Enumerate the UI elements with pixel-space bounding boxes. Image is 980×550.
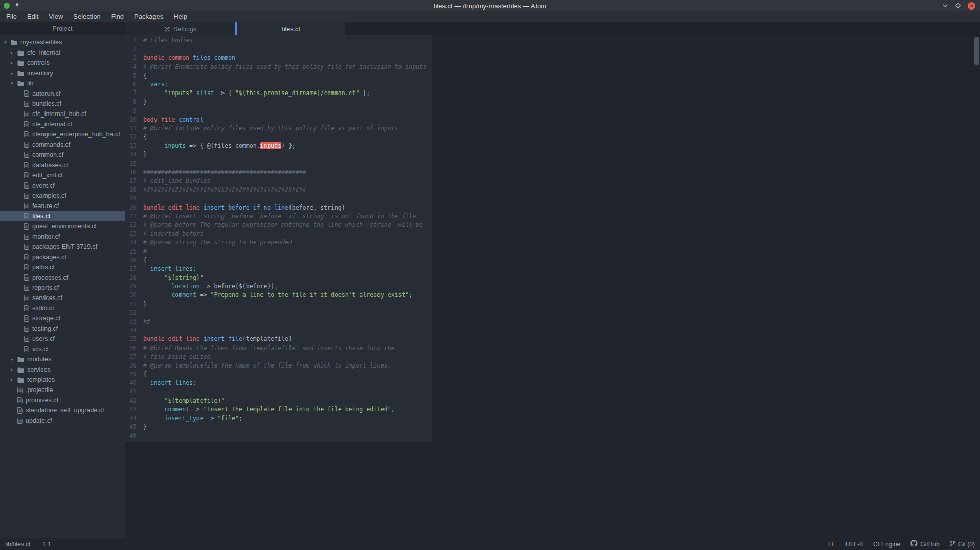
chevron-down-icon[interactable] [942,4,948,8]
code-line-27[interactable]: 27 insert_lines: [125,265,432,273]
menu-find[interactable]: Find [106,11,129,22]
tree-file-users-cf[interactable]: users.cf [0,334,125,344]
tree-file-files-cf[interactable]: files.cf [0,211,125,221]
tree-file-autorun-cf[interactable]: autorun.cf [0,88,125,99]
tree-file-commands-cf[interactable]: commands.cf [0,140,125,150]
code-line-40[interactable]: 40 insert_lines: [125,379,432,387]
tree-file-stdlib-cf[interactable]: stdlib.cf [0,303,125,313]
menu-edit[interactable]: Edit [22,11,43,22]
code-line-7[interactable]: 7 "inputs" slist => { "$(this.promise_di… [125,89,432,98]
tree-file-update-cf[interactable]: update.cf [0,416,125,426]
code-line-38[interactable]: 38# @param templatefile The name of the … [125,361,432,370]
code-line-41[interactable]: 41 [125,388,432,397]
code-line-43[interactable]: 43 comment => "Insert the template file … [125,405,432,414]
editor[interactable]: 1# Files bodies23bundle common files_com… [125,35,980,538]
tree-file-packages-cf[interactable]: packages.cf [0,252,125,262]
code-line-36[interactable]: 36# @brief Reads the lines from `templat… [125,344,432,353]
code-line-9[interactable]: 9 [125,107,432,116]
code-line-8[interactable]: 8} [125,98,432,106]
code-line-34[interactable]: 34 [125,326,432,335]
tree-folder-lib[interactable]: ▾lib [0,78,125,88]
status-git[interactable]: Git (0) [950,540,975,548]
code-line-45[interactable]: 45} [125,423,432,431]
close-icon[interactable] [968,2,975,10]
code-line-29[interactable]: 29 location => before($(before)), [125,282,432,291]
code-line-6[interactable]: 6 vars: [125,80,432,89]
status-github[interactable]: GitHub [910,540,939,548]
code-line-10[interactable]: 10body file control [125,116,432,124]
code-line-32[interactable]: 32 [125,309,432,317]
tree-file-databases-cf[interactable]: databases.cf [0,160,125,170]
status-encoding[interactable]: UTF-8 [845,541,863,548]
code-line-2[interactable]: 2 [125,45,432,54]
code-line-46[interactable]: 46 [125,431,432,440]
code-line-19[interactable]: 19 [125,194,432,203]
tree-file-packages-ent-3719-cf[interactable]: packages-ENT-3719.cf [0,242,125,252]
tree-file-vcs-cf[interactable]: vcs.cf [0,344,125,354]
code-line-35[interactable]: 35bundle edit_line insert_file(templatef… [125,335,432,343]
tree-file-cfe-internal-cf[interactable]: cfe_internal.cf [0,119,125,129]
code-area[interactable]: 1# Files bodies23bundle common files_com… [125,35,432,442]
tab-settings[interactable]: Settings [125,22,235,35]
tree-folder-modules[interactable]: ▸modules [0,354,125,364]
code-line-14[interactable]: 14} [125,150,432,159]
code-line-23[interactable]: 23# inserted before [125,230,432,238]
tree-file-paths-cf[interactable]: paths.cf [0,262,125,272]
tree-file-services-cf[interactable]: services.cf [0,293,125,303]
tree-file-edit-xml-cf[interactable]: edit_xml.cf [0,170,125,180]
tree-file-testing-cf[interactable]: testing.cf [0,324,125,334]
tree-file-feature-cf[interactable]: feature.cf [0,201,125,211]
code-line-5[interactable]: 5{ [125,72,432,80]
code-line-12[interactable]: 12{ [125,133,432,142]
tree-folder-inventory[interactable]: ▸inventory [0,68,125,78]
tree-file-cfe-internal-hub-cf[interactable]: cfe_internal_hub.cf [0,109,125,119]
vertical-scrollbar[interactable] [974,37,979,65]
code-line-25[interactable]: 25# [125,247,432,256]
code-line-33[interactable]: 33## [125,317,432,326]
menu-selection[interactable]: Selection [68,11,105,22]
project-tab[interactable]: Project [0,22,125,35]
tree-folder-services[interactable]: ▸services [0,364,125,375]
tree-folder-templates[interactable]: ▸templates [0,375,125,385]
status-grammar[interactable]: CFEngine [873,541,900,548]
tree-file-examples-cf[interactable]: examples.cf [0,191,125,201]
tree-file-cfengine-enterprise-hub-ha-cf[interactable]: cfengine_enterprise_hub_ha.cf [0,129,125,140]
code-line-44[interactable]: 44 insert_type => "file"; [125,414,432,423]
code-line-22[interactable]: 22# @param before The regular expression… [125,221,432,230]
menu-help[interactable]: Help [168,11,192,22]
tree-file-storage-cf[interactable]: storage.cf [0,313,125,324]
menu-file[interactable]: File [1,11,22,22]
tree-folder-controls[interactable]: ▸controls [0,58,125,68]
code-line-24[interactable]: 24# @param string The string to be prepe… [125,238,432,247]
code-line-30[interactable]: 30 comment => "Prepend a line to the fil… [125,291,432,300]
code-line-39[interactable]: 39{ [125,370,432,379]
code-line-13[interactable]: 13 inputs => { @(files_common.inputs) }; [125,142,432,150]
code-line-20[interactable]: 20bundle edit_line insert_before_if_no_l… [125,203,432,212]
tree-file-monitor-cf[interactable]: monitor.cf [0,232,125,242]
tree-file-common-cf[interactable]: common.cf [0,150,125,160]
code-line-37[interactable]: 37# file being edited. [125,353,432,361]
menu-packages[interactable]: Packages [129,11,168,22]
tree-folder-my-masterfiles[interactable]: ▾my-masterfiles [0,37,125,48]
diamond-icon[interactable] [955,3,961,9]
status-line-ending[interactable]: LF [828,541,835,548]
code-line-16[interactable]: 16######################################… [125,168,432,177]
tree-file-bundles-cf[interactable]: bundles.cf [0,99,125,109]
code-line-3[interactable]: 3bundle common files_common [125,54,432,62]
tree-file-event-cf[interactable]: event.cf [0,180,125,191]
pin-icon[interactable] [14,3,20,9]
tree-file-processes-cf[interactable]: processes.cf [0,272,125,283]
code-line-28[interactable]: 28 "$(string)" [125,273,432,282]
tree-folder-cfe-internal[interactable]: ▸cfe_internal [0,48,125,58]
code-line-18[interactable]: 18######################################… [125,186,432,194]
code-line-17[interactable]: 17# edit_line bundles [125,177,432,186]
code-line-11[interactable]: 11# @brief Include policy files used by … [125,124,432,133]
tree-file-standalone-self-upgrade-cf[interactable]: standalone_self_upgrade.cf [0,405,125,416]
code-line-21[interactable]: 21# @brief Insert `string` before `befor… [125,212,432,221]
tree-file-promises-cf[interactable]: promises.cf [0,395,125,405]
code-line-31[interactable]: 31} [125,300,432,309]
tree-file-guest-environments-cf[interactable]: guest_environments.cf [0,221,125,232]
tree-file-reports-cf[interactable]: reports.cf [0,283,125,293]
code-line-15[interactable]: 15 [125,159,432,168]
menu-view[interactable]: View [43,11,68,22]
